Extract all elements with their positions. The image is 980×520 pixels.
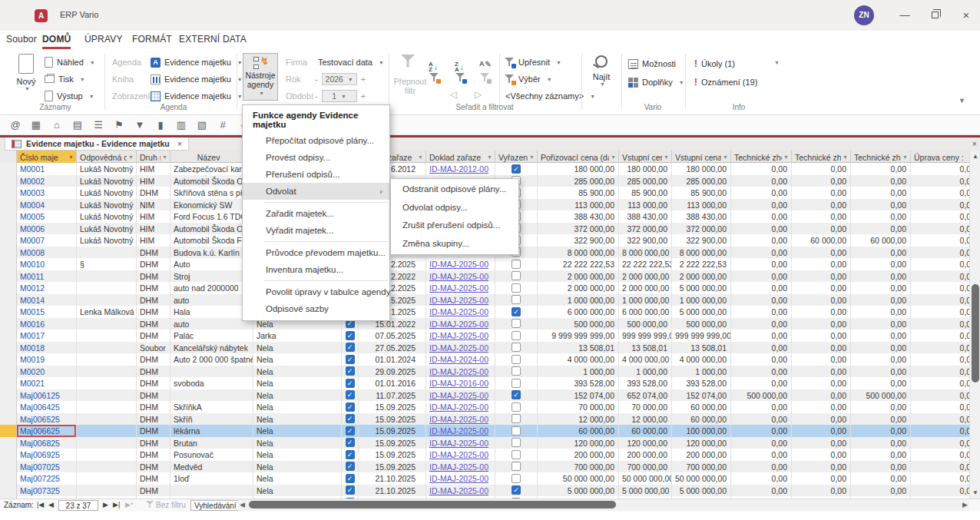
table-row[interactable]: Maj006825DHMBrutanNela✓15.09.2025ID-MAJ-…	[0, 437, 980, 449]
cell-doklad-zarazeni[interactable]: ID-MAJ-2025-00	[426, 449, 495, 461]
last-record-button[interactable]: ▶|	[113, 501, 120, 508]
cell-cislo-majetku[interactable]: M0011	[17, 270, 77, 283]
tab-domu[interactable]: DOMŮ	[42, 34, 71, 49]
vyrazen-checkbox[interactable]	[512, 343, 521, 352]
column-filter-icon[interactable]: ▼	[664, 154, 669, 160]
column-filter-icon[interactable]: ▼	[529, 154, 535, 160]
vyrazen-checkbox[interactable]	[512, 295, 521, 304]
import-icon[interactable]: ▼	[134, 119, 146, 131]
row-selector[interactable]	[0, 437, 17, 449]
cell-doklad-zarazeni[interactable]: ID-MAJ-2025-00	[426, 401, 495, 413]
table-row[interactable]: Maj006425DHMSkříňkANela✓15.09.2025ID-MAJ…	[0, 401, 980, 413]
cell-doklad-zarazeni[interactable]: ID-MAJ-2025-00	[426, 318, 495, 330]
mention-icon[interactable]: @	[9, 119, 22, 131]
column-header[interactable]: Pořizovací cena (da▼	[538, 151, 619, 163]
vyrazen-checkbox[interactable]	[512, 474, 521, 483]
row-selector[interactable]	[0, 353, 17, 366]
minimize-button[interactable]: —	[893, 8, 916, 23]
pane-close-icon[interactable]: ×	[972, 139, 977, 148]
column-header[interactable]: Technické zhc▼	[851, 151, 911, 163]
cell-cislo-majetku[interactable]: Maj007025	[17, 461, 77, 473]
zarazen-checkbox[interactable]: ✓	[346, 379, 355, 388]
table-row[interactable]: Maj006925DHMPosunovačNela✓15.09.2025ID-M…	[0, 449, 980, 461]
cell-cislo-majetku[interactable]: Maj007225	[17, 472, 77, 485]
kniha-select[interactable]: Evidence majetku▼	[151, 72, 243, 86]
options-button[interactable]: Možnosti	[628, 57, 676, 71]
document-tab[interactable]: Evidence majetku - Evidence majetku ×	[5, 137, 189, 151]
vertical-scroll-thumb[interactable]	[972, 284, 979, 383]
row-selector[interactable]	[0, 163, 17, 175]
horizontal-scrollbar[interactable]: ◀ ▶	[238, 499, 969, 511]
previous-record-button[interactable]: ◀	[48, 501, 54, 508]
cell-doklad-zarazeni[interactable]: ID-MAJ-2025-00	[426, 270, 495, 283]
vyrazen-checkbox[interactable]	[512, 462, 521, 471]
row-selector[interactable]	[0, 270, 17, 283]
cell-cislo-majetku[interactable]: M0012	[17, 282, 77, 294]
tools-agenda-button[interactable]: ↯ Nástroje agendy▼	[243, 53, 278, 101]
menu-item[interactable]: Přepočítat odpisové plány...	[243, 132, 389, 149]
zarazen-checkbox[interactable]: ✓	[346, 402, 355, 412]
column-header[interactable]: Vyřazen▼	[495, 151, 538, 163]
row-selector[interactable]	[0, 472, 17, 485]
row-selector[interactable]	[0, 413, 17, 426]
cell-cislo-majetku[interactable]: M0021	[17, 377, 77, 389]
bank-icon[interactable]: ▦	[30, 119, 42, 131]
menu-item[interactable]: Průvodce převodem majetku...	[243, 244, 389, 261]
table-row[interactable]: Maj006125DHMNela✓11.07.2025ID-MAJ-2025-0…	[0, 389, 980, 402]
cell-doklad-zarazeni[interactable]: ID-MAJ-2025-00	[426, 366, 495, 378]
table-row[interactable]: Maj007225DHM1loďNela✓21.10.2025ID-MAJ-20…	[0, 472, 980, 485]
cell-doklad-zarazeni[interactable]: ID-MAJ-2025-00	[426, 413, 495, 426]
cell-doklad-zarazeni[interactable]: ID-MAJ-2025-00	[426, 485, 495, 497]
agenda-select[interactable]: A Evidence majetku▼	[151, 55, 243, 69]
abacus-icon[interactable]: ☰	[92, 119, 104, 131]
row-selector[interactable]	[0, 401, 17, 413]
table-row[interactable]: Maj006625DHMlékárnaNela✓15.09.2025ID-MAJ…	[0, 425, 980, 437]
cell-cislo-majetku[interactable]: M0008	[17, 247, 77, 259]
column-filter-icon[interactable]: ▼	[783, 154, 789, 160]
row-selector[interactable]	[0, 449, 17, 461]
menu-item[interactable]: Provést odpisy...	[243, 149, 389, 166]
tasks-button[interactable]: ! Úkoly (1)	[694, 57, 735, 71]
cell-doklad-zarazeni[interactable]: ID-MAJ-2025-00	[426, 389, 495, 402]
table-row[interactable]: Maj007025DHMMedvědNela✓15.09.2025ID-MAJ-…	[0, 461, 980, 473]
next-record-button[interactable]: ▶	[103, 501, 108, 508]
vyrazen-checkbox[interactable]: ✓	[512, 164, 521, 174]
row-selector[interactable]	[0, 306, 17, 318]
zarazen-checkbox[interactable]: ✓	[346, 474, 355, 483]
zarazen-checkbox[interactable]: ✓	[346, 450, 355, 459]
sort-custom-button[interactable]: A✎	[479, 55, 492, 69]
tab-soubor[interactable]: Soubor	[6, 34, 37, 45]
cell-doklad-zarazeni[interactable]: ID-MAJ-2025-00	[426, 342, 495, 354]
tasks-chevron-icon[interactable]: ▼	[774, 60, 780, 65]
horizontal-scroll-thumb[interactable]	[249, 501, 616, 508]
preview-button[interactable]: Náhled▼	[45, 55, 95, 69]
cell-cislo-majetku[interactable]: Maj006425	[17, 401, 77, 413]
zarazen-checkbox[interactable]: ✓	[346, 414, 355, 423]
table-row[interactable]: M0020DHMNela✓29.09.2025ID-MAJ-2025-001 0…	[0, 366, 980, 378]
cell-cislo-majetku[interactable]: M0006	[17, 223, 77, 235]
column-header[interactable]: Technické zhc▼	[792, 151, 851, 163]
table-row[interactable]: M0021DHMsvobodaNela✓01.01.2016ID-MAJ-201…	[0, 377, 980, 389]
number-icon[interactable]: #	[217, 119, 229, 131]
vyrazen-checkbox[interactable]	[512, 450, 521, 459]
cell-cislo-majetku[interactable]: Maj006925	[17, 449, 77, 461]
cell-cislo-majetku[interactable]: M0017	[17, 330, 77, 342]
vyrazen-checkbox[interactable]	[512, 366, 521, 376]
tab-externi-data[interactable]: EXTERNÍ DATA	[179, 34, 247, 45]
cell-cislo-majetku[interactable]: M0002	[17, 175, 77, 187]
obdobi-value[interactable]: 1 ▼	[322, 90, 357, 102]
tab-upravy[interactable]: ÚPRAVY	[84, 34, 123, 45]
selection-button[interactable]: Výběr▼	[504, 72, 552, 86]
column-filter-icon[interactable]: ▼	[902, 154, 908, 160]
zarazen-checkbox[interactable]: ✓	[346, 438, 355, 447]
vyrazen-checkbox[interactable]	[512, 355, 521, 364]
vyrazen-checkbox[interactable]: ✓	[512, 485, 521, 495]
submenu-item[interactable]: Zrušit přerušení odpisů...	[391, 217, 518, 235]
cell-cislo-majetku[interactable]: Maj006825	[17, 437, 77, 449]
row-selector[interactable]	[0, 389, 17, 402]
scroll-down-icon[interactable]: ▼	[970, 489, 980, 496]
column-filter-icon[interactable]: ▼	[487, 154, 492, 160]
cell-doklad-zarazeni[interactable]: ID-MAJ-2024-00	[426, 353, 495, 366]
cell-cislo-majetku[interactable]: M0003	[17, 187, 77, 199]
addons-button[interactable]: Doplňky▼	[628, 75, 684, 89]
